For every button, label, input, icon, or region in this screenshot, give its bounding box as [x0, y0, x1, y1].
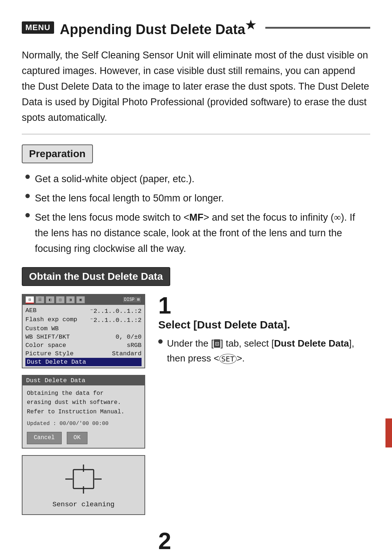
list-item: Set the lens focus mode switch to <MF> a… [25, 210, 370, 257]
right-column-step1: 1 Select [Dust Delete Data]. Under the [… [158, 294, 370, 370]
sensor-cleaning-box: Sensor cleaning [22, 455, 145, 515]
list-item-text: Set the lens focal length to 50mm or lon… [35, 191, 224, 206]
bullet-dot [158, 339, 163, 344]
step-1-bullet: Under the [⊡] tab, select [Dust Delete D… [158, 336, 370, 366]
menu-row-picturestyle: Picture Style Standard [25, 349, 142, 358]
ok-button[interactable]: OK [67, 432, 87, 444]
preparation-header: Preparation [22, 144, 93, 163]
tab-row: ⊡ ☰ ◧ ◫ ◨ ▣ [25, 296, 85, 303]
page-title: Appending Dust Delete Data★ [60, 18, 256, 37]
step-1-title: Select [Dust Delete Data]. [158, 319, 370, 331]
dialog-line-1: Obtaining the data for [27, 389, 140, 398]
menu-label: Color space [25, 342, 66, 349]
list-item: Get a solid-white object (paper, etc.). [25, 171, 370, 187]
two-col-layout: ⊡ ☰ ◧ ◫ ◨ ▣ DISP ⊞ AEB ⁻2..1..0..1.:2 [22, 294, 370, 518]
list-item-text: Set the lens focus mode switch to <MF> a… [35, 210, 370, 257]
menu-label: Custom WB [25, 325, 59, 332]
menu-value: sRGB [127, 342, 142, 349]
menu-badge: MENU [22, 21, 54, 34]
obtain-section: Obtain the Dust Delete Data ⊡ ☰ ◧ ◫ ◨ ▣ … [22, 267, 370, 552]
preparation-section: Preparation Get a solid-white object (pa… [22, 144, 370, 257]
menu-label: AEB [25, 307, 37, 315]
step-1-number: 1 [158, 294, 370, 317]
menu-label: Dust Delete Data [27, 359, 86, 365]
tab-icon-4: ◨ [66, 296, 75, 303]
camera-menu-header: ⊡ ☰ ◧ ◫ ◨ ▣ DISP ⊞ [23, 295, 144, 305]
tab-icon-5: ▣ [76, 296, 85, 303]
tab-icon-1: ☰ [36, 296, 44, 303]
dialog-buttons: Cancel OK [27, 432, 140, 444]
intro-paragraph: Normally, the Self Cleaning Sensor Unit … [22, 48, 370, 126]
step-1-text: Under the [⊡] tab, select [Dust Delete D… [167, 336, 370, 366]
tab-icon-camera: ⊡ [25, 296, 34, 303]
menu-row-colorspace: Color space sRGB [25, 341, 142, 349]
menu-label: WB SHIFT/BKT [25, 334, 70, 340]
sensor-cleaning-label: Sensor cleaning [28, 500, 139, 508]
dialog-body-1: Obtaining the data for erasing dust with… [23, 385, 144, 448]
cancel-button[interactable]: Cancel [27, 432, 62, 444]
disp-badge: DISP ⊞ [122, 296, 142, 303]
menu-value: ⁻2..1..0..1.:2 [90, 307, 142, 315]
menu-row-flash: Flash exp comp ⁻2..1..0..1.:2 [25, 315, 142, 324]
menu-label: Flash exp comp [25, 316, 77, 324]
step-2-area: 2 Select [OK]. Select [OK] and press <SE… [22, 529, 370, 552]
camera-menu-screenshot: ⊡ ☰ ◧ ◫ ◨ ▣ DISP ⊞ AEB ⁻2..1..0..1.:2 [22, 294, 145, 368]
menu-value: ⁻2..1..0..1.:2 [90, 316, 142, 324]
sensor-cleaning-icon [65, 465, 102, 494]
camera-menu-body: AEB ⁻2..1..0..1.:2 Flash exp comp ⁻2..1.… [23, 305, 144, 368]
tab-icon-3: ◫ [56, 296, 65, 303]
tab-icon-2: ◧ [46, 296, 54, 303]
preparation-list: Get a solid-white object (paper, etc.). … [22, 171, 370, 257]
page-title-area: MENU Appending Dust Delete Data★ [22, 18, 370, 37]
step-2-number: 2 [158, 529, 370, 552]
menu-row-aeb: AEB ⁻2..1..0..1.:2 [25, 306, 142, 315]
updated-value: 00/00/'00 00:00 [60, 421, 109, 427]
menu-row-wbshift: WB SHIFT/BKT 0, 0/±0 [25, 333, 142, 341]
bullet-dot [25, 175, 30, 179]
right-accent-bar [385, 418, 392, 447]
dialog-line-2: erasing dust with software. [27, 398, 140, 408]
dialog-title-1: Dust Delete Data [23, 376, 144, 385]
updated-label: Updated : [27, 421, 56, 427]
title-underline [265, 27, 370, 29]
list-item-text: Get a solid-white object (paper, etc.). [35, 171, 195, 187]
menu-value: 0, 0/±0 [116, 334, 142, 340]
menu-row-wb: Custom WB [25, 324, 142, 333]
bullet-dot [25, 213, 30, 217]
menu-row-dustdelete: Dust Delete Data [25, 358, 142, 366]
right-column-step2: 2 Select [OK]. Select [OK] and press <SE… [158, 529, 370, 552]
list-item: Set the lens focal length to 50mm or lon… [25, 191, 370, 206]
menu-label: Picture Style [25, 350, 74, 357]
svg-rect-4 [73, 470, 94, 488]
dialog-updated: Updated : 00/00/'00 00:00 [27, 420, 140, 428]
menu-value: Standard [112, 350, 142, 357]
section-divider [22, 134, 370, 134]
dialog-line-3: Refer to Instruction Manual. [27, 408, 140, 417]
left-column: ⊡ ☰ ◧ ◫ ◨ ▣ DISP ⊞ AEB ⁻2..1..0..1.:2 [22, 294, 145, 518]
dialog-box-1: Dust Delete Data Obtaining the data for … [22, 375, 145, 449]
obtain-header: Obtain the Dust Delete Data [22, 267, 170, 286]
bullet-dot [25, 194, 30, 198]
